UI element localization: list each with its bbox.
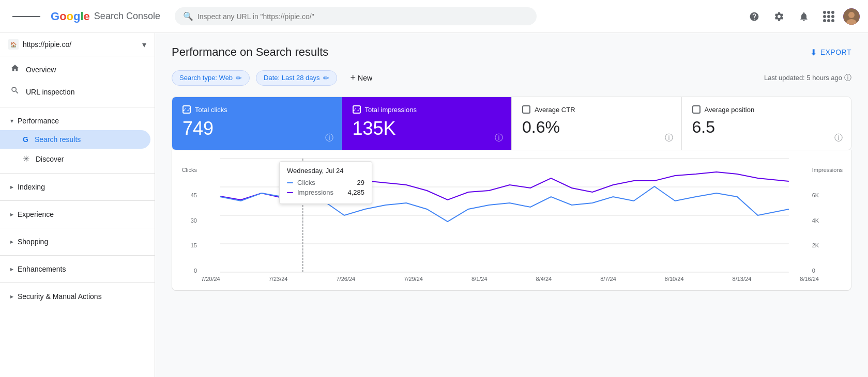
- logo[interactable]: Google Search Console: [51, 10, 160, 23]
- chevron-right-icon: ▸: [10, 211, 13, 218]
- help-button[interactable]: [744, 6, 765, 27]
- metric-position-header: Average position: [692, 105, 841, 114]
- y-right-4k: 4K: [812, 217, 843, 224]
- metric-average-ctr[interactable]: Average CTR 0.6% ⓘ: [512, 97, 682, 150]
- page-header: Performance on Search results ⬇ EXPORT: [172, 45, 851, 59]
- avatar[interactable]: [843, 8, 860, 25]
- search-type-filter[interactable]: Search type: Web ✏: [172, 70, 250, 86]
- header-actions: [744, 6, 860, 27]
- y-left-15: 15: [180, 242, 197, 248]
- nav-item-discover[interactable]: ✳ Discover: [0, 149, 150, 169]
- y-right-0: 0: [812, 268, 843, 274]
- position-checkbox[interactable]: [692, 105, 701, 114]
- experience-section-header[interactable]: ▸ Experience: [0, 205, 155, 224]
- shopping-section-header[interactable]: ▸ Shopping: [0, 232, 155, 251]
- experience-label: Experience: [18, 210, 54, 218]
- chart-tooltip: Wednesday, Jul 24 Clicks 29 Impressions …: [279, 161, 372, 204]
- notifications-button[interactable]: [794, 6, 814, 27]
- x-label-7: 8/10/24: [665, 276, 684, 282]
- performance-label: Performance: [18, 117, 59, 125]
- security-label: Security & Manual Actions: [18, 292, 102, 301]
- x-label-4: 8/1/24: [471, 276, 488, 282]
- metric-clicks-header: ✓ Total clicks: [182, 105, 331, 114]
- site-favicon: 🏠: [8, 39, 19, 50]
- sidebar: 🏠 https://pipie.co/ ▾ Overview URL inspe…: [0, 33, 155, 377]
- chevron-right-icon: ▸: [10, 183, 13, 191]
- home-icon: [10, 64, 20, 75]
- grid-icon: [823, 11, 834, 22]
- info-icon[interactable]: ⓘ: [844, 73, 851, 83]
- clicks-dot-legend: [287, 182, 293, 183]
- plus-icon: +: [351, 72, 356, 83]
- impressions-checkbox[interactable]: ✓: [353, 105, 361, 114]
- nav-item-url-inspection[interactable]: URL inspection: [0, 81, 150, 103]
- clicks-label: Total clicks: [195, 106, 227, 114]
- shopping-label: Shopping: [18, 238, 48, 246]
- impressions-info-icon[interactable]: ⓘ: [495, 133, 503, 144]
- x-label-8: 8/13/24: [733, 276, 752, 282]
- metric-total-impressions[interactable]: ✓ Total impressions 135K ⓘ: [342, 97, 512, 150]
- clicks-checkbox[interactable]: ✓: [182, 105, 191, 114]
- metric-cards: ✓ Total clicks 749 ⓘ ✓ Total impressions…: [172, 97, 851, 150]
- divider-3: [0, 200, 155, 201]
- nav-item-search-results[interactable]: G Search results: [0, 130, 150, 149]
- ctr-info-icon[interactable]: ⓘ: [665, 133, 673, 144]
- ctr-value: 0.6%: [522, 118, 671, 137]
- clicks-value: 749: [182, 118, 331, 139]
- ctr-checkbox[interactable]: [522, 105, 530, 114]
- divider-5: [0, 255, 155, 256]
- site-selector[interactable]: 🏠 https://pipie.co/ ▾: [0, 33, 155, 56]
- x-label-2: 7/26/24: [336, 276, 355, 282]
- download-icon: ⬇: [810, 48, 817, 57]
- search-input[interactable]: [197, 12, 528, 21]
- chevron-right-icon: ▸: [10, 293, 13, 300]
- metric-ctr-header: Average CTR: [522, 105, 671, 114]
- metric-impressions-header: ✓ Total impressions: [353, 105, 501, 114]
- metric-total-clicks[interactable]: ✓ Total clicks 749 ⓘ: [172, 97, 342, 150]
- performance-section-header[interactable]: ▾ Performance: [0, 112, 155, 130]
- security-section-header[interactable]: ▸ Security & Manual Actions: [0, 287, 155, 306]
- svg-point-1: [848, 12, 855, 18]
- y-right-label: Impressions: [812, 167, 843, 173]
- divider-2: [0, 173, 155, 174]
- product-name: Search Console: [94, 11, 160, 22]
- tooltip-impressions-value: 4,285: [347, 189, 364, 196]
- impressions-dot-legend: [287, 192, 293, 193]
- position-label: Average position: [705, 106, 755, 114]
- nav-item-overview[interactable]: Overview: [0, 58, 150, 81]
- x-label-6: 8/7/24: [600, 276, 616, 282]
- last-updated-text: Last updated: 5 hours ago: [764, 74, 842, 82]
- tooltip-clicks-row: Clicks 29: [287, 179, 364, 186]
- nav-url-label: URL inspection: [26, 88, 74, 96]
- settings-button[interactable]: [769, 6, 789, 27]
- dropdown-icon: ▾: [142, 40, 146, 50]
- export-button[interactable]: ⬇ EXPORT: [810, 48, 851, 57]
- new-filter-button[interactable]: + New: [343, 69, 380, 86]
- new-label: New: [358, 74, 372, 82]
- chevron-down-icon: ▾: [10, 117, 13, 124]
- search-bar[interactable]: 🔍: [175, 7, 537, 25]
- y-axis-left: Clicks 45 30 15 0: [180, 159, 199, 274]
- y-axis-right: Impressions 6K 4K 2K 0: [810, 159, 843, 274]
- indexing-section-header[interactable]: ▸ Indexing: [0, 178, 155, 196]
- position-info-icon[interactable]: ⓘ: [834, 133, 843, 144]
- x-axis: 7/20/24 7/23/24 7/26/24 7/29/24 8/1/24 8…: [180, 274, 843, 282]
- y-left-45: 45: [180, 192, 197, 198]
- menu-button[interactable]: [8, 10, 44, 23]
- edit-icon: ✏: [323, 74, 329, 82]
- x-label-0: 7/20/24: [201, 276, 220, 282]
- enhancements-section-header[interactable]: ▸ Enhancements: [0, 260, 155, 278]
- metric-average-position[interactable]: Average position 6.5 ⓘ: [682, 97, 851, 150]
- search-icon: [10, 86, 20, 98]
- apps-button[interactable]: [818, 6, 839, 27]
- tooltip-clicks-label: Clicks: [297, 179, 353, 186]
- divider-6: [0, 282, 155, 283]
- export-label: EXPORT: [820, 48, 851, 56]
- y-right-2k: 2K: [812, 242, 843, 248]
- clicks-info-icon[interactable]: ⓘ: [325, 133, 333, 144]
- tooltip-impressions-label: Impressions: [297, 189, 343, 196]
- date-filter[interactable]: Date: Last 28 days ✏: [256, 70, 337, 86]
- y-left-0: 0: [180, 268, 197, 274]
- position-value: 6.5: [692, 118, 841, 137]
- filter-bar: Search type: Web ✏ Date: Last 28 days ✏ …: [172, 69, 851, 86]
